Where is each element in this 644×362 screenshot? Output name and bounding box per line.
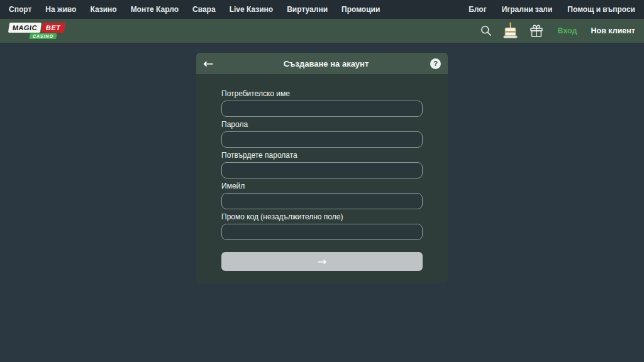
nav-item-gaming-halls[interactable]: Игрални зали	[502, 5, 553, 14]
email-label: Имейл	[221, 182, 423, 190]
top-nav-bar: Спорт На живо Казино Монте Карло Свара L…	[0, 0, 644, 19]
logo-bet-label: BET	[42, 23, 65, 33]
nav-item-help-questions[interactable]: Помощ и въпроси	[567, 5, 635, 14]
promo-code-label: Промо код (незадължително поле)	[221, 213, 423, 221]
birthday-cake-icon[interactable]	[502, 22, 518, 40]
help-icon[interactable]: ?	[430, 58, 441, 69]
nav-item-svara[interactable]: Свара	[192, 5, 216, 14]
page-title: Създаване на акаунт	[222, 59, 430, 69]
field-password: Парола	[221, 121, 423, 148]
nav-item-casino[interactable]: Казино	[90, 5, 116, 14]
confirm-password-label: Потвърдете паролата	[221, 151, 423, 160]
confirm-password-input[interactable]	[221, 162, 423, 178]
username-input[interactable]	[221, 101, 423, 117]
nav-item-virtual[interactable]: Виртуални	[287, 5, 328, 14]
nav-item-promotions[interactable]: Промоции	[341, 5, 380, 14]
nav-item-blog[interactable]: Блог	[469, 5, 486, 14]
registration-form: Потребителско име Парола Потвърдете паро…	[196, 74, 448, 283]
top-nav-right: Блог Игрални зали Помощ и въпроси	[453, 5, 635, 14]
right-arrow-icon: →	[318, 256, 326, 267]
field-username: Потребителско име	[221, 90, 423, 117]
field-email: Имейл	[221, 182, 423, 209]
search-icon[interactable]	[480, 25, 492, 36]
nav-item-live-casino[interactable]: Live Казино	[230, 5, 274, 14]
promo-code-input[interactable]	[221, 224, 423, 240]
brand-bar-actions: Вход Нов клиент	[470, 22, 635, 40]
gift-icon[interactable]	[529, 23, 544, 38]
submit-button[interactable]: →	[221, 252, 423, 271]
field-confirm-password: Потвърдете паролата	[221, 151, 423, 178]
field-promo-code: Промо код (незадължително поле)	[221, 213, 423, 240]
username-label: Потребителско име	[221, 90, 423, 98]
registration-card-header: ← Създаване на акаунт ?	[196, 53, 448, 74]
nav-item-sport[interactable]: Спорт	[9, 5, 31, 14]
password-input[interactable]	[221, 131, 423, 148]
register-link[interactable]: Нов клиент	[591, 26, 635, 35]
magicbet-logo[interactable]: MAGIC BET CASINO	[9, 23, 57, 39]
registration-card: ← Създаване на акаунт ? Потребителско им…	[196, 53, 448, 283]
email-input[interactable]	[221, 193, 423, 209]
logo-casino-label: CASINO	[29, 33, 57, 39]
nav-item-live[interactable]: На живо	[45, 5, 76, 14]
nav-item-monte-carlo[interactable]: Монте Карло	[131, 5, 179, 14]
password-label: Парола	[221, 121, 423, 129]
back-arrow-icon[interactable]: ←	[203, 57, 222, 70]
login-link[interactable]: Вход	[558, 26, 577, 35]
logo-top-row: MAGIC BET	[9, 23, 57, 33]
logo-magic-label: MAGIC	[8, 23, 42, 33]
brand-bar: MAGIC BET CASINO	[0, 19, 644, 43]
top-nav-left: Спорт На живо Казино Монте Карло Свара L…	[9, 5, 394, 14]
